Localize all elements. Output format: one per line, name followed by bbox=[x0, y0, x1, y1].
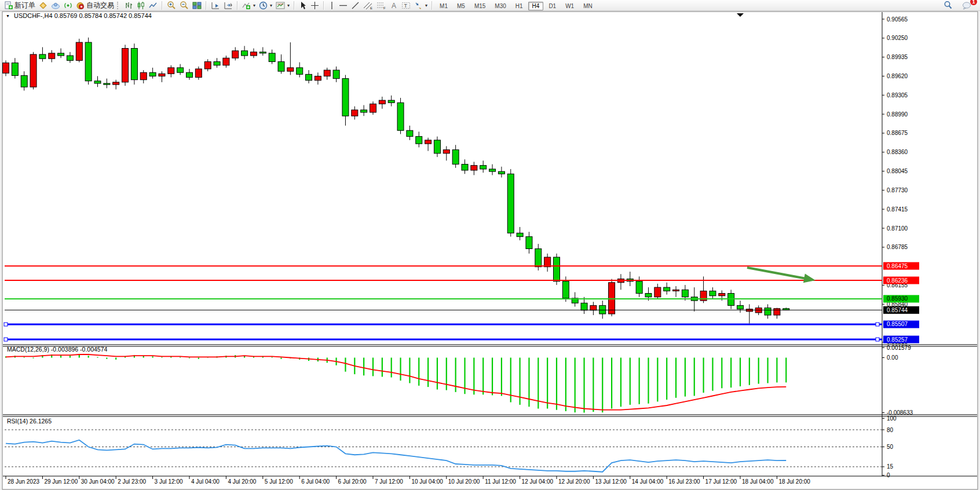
candle bbox=[131, 49, 137, 80]
line-handle[interactable] bbox=[876, 338, 879, 341]
zoom-out-button[interactable] bbox=[178, 1, 191, 10]
svg-text:0.87730: 0.87730 bbox=[887, 187, 908, 193]
zoom-in-button[interactable] bbox=[165, 1, 178, 10]
gold-icon bbox=[39, 1, 47, 10]
line-chart-icon bbox=[149, 1, 158, 10]
svg-text:3 Jul 12:00: 3 Jul 12:00 bbox=[155, 478, 183, 485]
candle bbox=[177, 68, 184, 72]
rsi-label: RSI(14) 26.1265 bbox=[7, 418, 52, 425]
template-button[interactable]: ▾ bbox=[274, 1, 291, 10]
new-order-button[interactable]: 新订单 bbox=[2, 1, 37, 10]
svg-text:0.86475: 0.86475 bbox=[887, 263, 908, 269]
crosshair-button[interactable] bbox=[309, 1, 321, 10]
period-button[interactable]: ▾ bbox=[257, 1, 274, 10]
tab-timeframe-D1[interactable]: D1 bbox=[544, 2, 560, 10]
channel-button[interactable]: E bbox=[361, 1, 375, 10]
svg-text:0.85257: 0.85257 bbox=[887, 337, 908, 343]
svg-text:50: 50 bbox=[887, 444, 894, 450]
svg-text:2 Jul 23:00: 2 Jul 23:00 bbox=[118, 478, 146, 485]
svg-text:0.89620: 0.89620 bbox=[887, 73, 908, 79]
tab-timeframe-M1[interactable]: M1 bbox=[436, 2, 452, 10]
gold-button[interactable] bbox=[37, 1, 49, 10]
indicators-button[interactable]: ▾ bbox=[240, 1, 257, 10]
candle bbox=[590, 305, 597, 310]
horizontal-line-button[interactable] bbox=[337, 1, 349, 10]
autotrade-button[interactable]: 自动交易 bbox=[74, 1, 116, 10]
candle bbox=[434, 140, 440, 153]
text-label-button[interactable]: T bbox=[400, 1, 412, 10]
svg-text:0.85507: 0.85507 bbox=[887, 321, 908, 327]
candle bbox=[507, 174, 514, 233]
toolbar: 新订单 自动交易 ▾ ▾ bbox=[0, 0, 980, 11]
candle bbox=[122, 49, 129, 82]
community-button[interactable] bbox=[49, 1, 62, 10]
svg-text:12 Jul 04:00: 12 Jul 04:00 bbox=[522, 478, 554, 485]
svg-text:16 Jul 23:00: 16 Jul 23:00 bbox=[668, 478, 700, 485]
candlestick-button[interactable] bbox=[135, 1, 147, 10]
candle bbox=[425, 140, 432, 144]
bar-chart-icon bbox=[125, 1, 133, 10]
candle bbox=[113, 82, 119, 85]
svg-text:0.88990: 0.88990 bbox=[887, 111, 908, 118]
svg-text:0.90565: 0.90565 bbox=[887, 16, 908, 23]
chart-window-frame bbox=[2, 12, 978, 489]
chart-window[interactable]: 0.905650.902500.899350.896200.893050.889… bbox=[0, 0, 980, 490]
tab-timeframe-M30[interactable]: M30 bbox=[491, 2, 510, 10]
line-handle[interactable] bbox=[876, 323, 879, 326]
candle bbox=[278, 61, 284, 71]
svg-text:0.88675: 0.88675 bbox=[887, 130, 908, 136]
svg-text:4 Jul 20:00: 4 Jul 20:00 bbox=[228, 478, 256, 485]
candle bbox=[710, 291, 716, 295]
svg-text:80: 80 bbox=[887, 427, 894, 433]
zoom-out-icon bbox=[180, 1, 189, 10]
candle bbox=[21, 75, 27, 87]
cursor-button[interactable] bbox=[297, 1, 309, 10]
tab-timeframe-H1[interactable]: H1 bbox=[511, 2, 527, 10]
macd-label: MACD(12,26,9) -0.003896 -0.004574 bbox=[7, 346, 108, 353]
candle bbox=[223, 58, 229, 65]
fibonacci-button[interactable]: F bbox=[375, 1, 388, 10]
candle bbox=[388, 100, 394, 103]
svg-text:0.90250: 0.90250 bbox=[887, 35, 908, 41]
tab-timeframe-M15[interactable]: M15 bbox=[470, 2, 489, 10]
tab-timeframe-H4[interactable]: H4 bbox=[528, 2, 544, 10]
svg-text:7 Jul 12:00: 7 Jul 12:00 bbox=[375, 478, 403, 485]
svg-text:T: T bbox=[404, 3, 408, 9]
candle bbox=[49, 53, 55, 58]
bar-chart-button[interactable] bbox=[123, 1, 135, 10]
line-handle[interactable] bbox=[4, 323, 8, 326]
arrows-dropdown-caret[interactable]: ▾ bbox=[425, 3, 427, 8]
indicators-dropdown-caret[interactable]: ▾ bbox=[253, 3, 255, 8]
candle bbox=[581, 303, 587, 310]
svg-text:29 Jun 12:00: 29 Jun 12:00 bbox=[44, 478, 78, 485]
template-dropdown-caret[interactable]: ▾ bbox=[287, 3, 290, 8]
chart-shift-icon bbox=[224, 1, 233, 10]
tab-timeframe-MN[interactable]: MN bbox=[579, 2, 597, 10]
text-button[interactable]: A bbox=[388, 1, 400, 10]
tile-windows-button[interactable] bbox=[191, 1, 203, 10]
line-chart-button[interactable] bbox=[147, 1, 159, 10]
candle bbox=[609, 283, 615, 314]
notifications-button[interactable]: 1 bbox=[960, 1, 973, 10]
candle bbox=[498, 171, 504, 174]
tab-timeframe-M5[interactable]: M5 bbox=[453, 2, 469, 10]
chart-collapse-icon[interactable]: ▼ bbox=[6, 14, 10, 18]
tab-timeframe-W1[interactable]: W1 bbox=[561, 2, 578, 10]
trendline-button[interactable] bbox=[349, 1, 361, 10]
period-dropdown-caret[interactable]: ▾ bbox=[270, 3, 272, 8]
line-handle[interactable] bbox=[4, 338, 8, 341]
autoscroll-button[interactable] bbox=[209, 1, 222, 10]
toolbar-separator bbox=[206, 1, 207, 10]
svg-text:0.89935: 0.89935 bbox=[887, 54, 908, 60]
candle bbox=[728, 294, 734, 306]
candle bbox=[719, 294, 725, 296]
price-label: 0.85744 bbox=[883, 306, 919, 314]
arrows-button[interactable]: ▾ bbox=[412, 1, 429, 10]
chart-shift-button[interactable] bbox=[222, 1, 235, 10]
vertical-line-button[interactable] bbox=[327, 1, 337, 10]
candle bbox=[94, 81, 101, 83]
signals-button[interactable] bbox=[62, 1, 74, 10]
candle bbox=[214, 61, 220, 65]
candle bbox=[535, 248, 542, 266]
search-button[interactable] bbox=[942, 1, 955, 10]
